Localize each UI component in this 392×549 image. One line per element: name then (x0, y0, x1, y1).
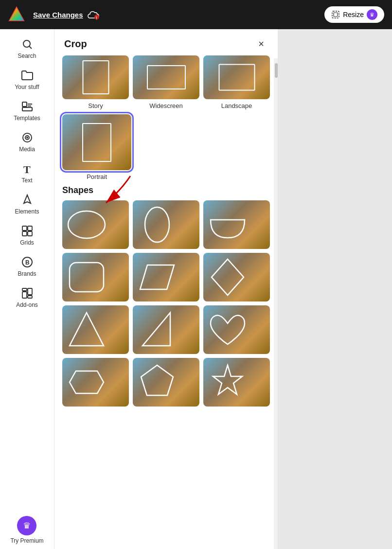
right-triangle-shape (135, 308, 179, 352)
resize-button[interactable]: Resize ♛ (324, 6, 384, 23)
sidebar-elements-label: Elements (15, 208, 39, 215)
svg-point-13 (27, 137, 28, 138)
sidebar-item-media[interactable]: Media (0, 126, 54, 158)
crop-option-portrait[interactable]: Portrait (62, 114, 131, 180)
svg-marker-32 (143, 313, 170, 346)
pentagon-shape (135, 360, 179, 404)
svg-rect-18 (28, 231, 32, 236)
shapes-section-title: Shapes (62, 185, 270, 195)
rounded-rect-shape (65, 255, 108, 299)
svg-rect-24 (28, 296, 32, 298)
save-changes-button[interactable]: Save Changes ! ! (33, 9, 100, 20)
crop-overlay-widescreen (147, 65, 186, 89)
crop-thumb-widescreen (133, 55, 199, 99)
shapes-section (62, 200, 270, 407)
crop-label-landscape: Landscape (221, 102, 252, 109)
svg-text:B: B (25, 259, 30, 266)
shape-option-oval[interactable] (133, 200, 199, 249)
svg-text:T: T (23, 163, 31, 175)
crop-option-landscape[interactable]: Landscape (203, 55, 270, 109)
svg-marker-30 (212, 259, 244, 295)
sidebar-item-templates[interactable]: Templates (0, 95, 54, 126)
shape-option-pentagon[interactable] (133, 358, 199, 407)
svg-point-27 (145, 207, 169, 242)
try-premium-label: Try Premium (10, 537, 43, 544)
shape-option-heart[interactable] (203, 305, 270, 354)
resize-label: Resize (343, 11, 364, 18)
sidebar-brands-label: Brands (18, 270, 36, 277)
panel-title: Crop (64, 38, 87, 50)
search-icon (21, 38, 34, 51)
shape-option-hexagon-flat[interactable] (62, 358, 129, 407)
elements-icon (21, 194, 34, 206)
sidebar-item-your-stuff[interactable]: Your stuff (0, 64, 54, 95)
sidebar-item-brands[interactable]: B Brands (0, 251, 54, 282)
sidebar-templates-label: Templates (14, 115, 40, 122)
crop-overlay-landscape (218, 64, 255, 91)
bowl-shape (206, 203, 249, 247)
hexagon-flat-shape (65, 360, 108, 404)
premium-crown-icon: ♛ (367, 9, 377, 20)
panel-header: Crop × (54, 29, 278, 55)
sidebar: Search Your stuff Templates (0, 29, 54, 549)
shape-option-bowl[interactable] (203, 200, 270, 249)
svg-rect-6 (334, 13, 338, 17)
crop-thumb-portrait (62, 114, 131, 170)
svg-line-8 (29, 47, 32, 49)
sidebar-add-ons-label: Add-ons (16, 301, 38, 308)
close-icon: × (258, 38, 264, 50)
canvas-area (278, 29, 392, 549)
cloud-save-icon: ! ! (86, 9, 100, 20)
folder-icon (21, 69, 34, 82)
crop-label-portrait: Portrait (87, 173, 107, 180)
crop-overlay-portrait (82, 123, 111, 162)
topbar: Save Changes ! ! Resize ♛ (0, 0, 392, 29)
sidebar-item-add-ons[interactable]: Add-ons (0, 282, 54, 313)
shape-option-right-triangle[interactable] (133, 305, 199, 354)
svg-marker-31 (70, 313, 104, 346)
sidebar-item-grids[interactable]: Grids (0, 220, 54, 251)
sidebar-item-search[interactable]: Search (0, 33, 54, 64)
crop-option-widescreen[interactable]: Widescreen (133, 55, 199, 109)
templates-icon (21, 100, 34, 113)
sidebar-grids-label: Grids (20, 239, 34, 246)
crop-label-widescreen: Widescreen (149, 102, 183, 109)
svg-marker-35 (213, 365, 242, 394)
crop-label-story: Story (88, 102, 103, 109)
shape-option-parallelogram[interactable] (133, 253, 199, 301)
grids-icon (21, 225, 34, 237)
panel-scroll-area[interactable]: Story Widescreen Landscape (54, 55, 278, 546)
text-icon: T (21, 162, 34, 175)
parallelogram-shape (135, 255, 179, 299)
svg-marker-34 (141, 365, 173, 395)
svg-text:!: ! (96, 16, 97, 20)
save-changes-label: Save Changes (33, 11, 83, 19)
sidebar-item-elements[interactable]: Elements (0, 189, 54, 220)
crop-row-2: Portrait (62, 114, 270, 180)
svg-rect-23 (28, 288, 32, 295)
shape-option-rounded-rect[interactable] (62, 253, 129, 301)
sidebar-item-text[interactable]: T Text (0, 158, 54, 189)
resize-icon (331, 10, 340, 19)
panel-close-button[interactable]: × (254, 37, 268, 51)
svg-point-26 (68, 211, 105, 238)
shape-option-diamond[interactable] (203, 253, 270, 301)
crop-row-1: Story Widescreen Landscape (62, 55, 270, 109)
star-shape (206, 360, 249, 404)
svg-rect-17 (22, 231, 27, 236)
svg-rect-5 (332, 11, 339, 18)
svg-point-7 (23, 40, 30, 47)
media-icon (21, 131, 34, 144)
shape-option-circle-wide[interactable] (62, 200, 129, 249)
try-premium-button[interactable]: ♛ Try Premium (10, 516, 43, 544)
crop-option-story[interactable]: Story (62, 55, 129, 109)
svg-rect-22 (22, 292, 27, 298)
sidebar-your-stuff-label: Your stuff (15, 84, 39, 90)
shape-option-star[interactable] (203, 358, 270, 407)
topbar-right: Resize ♛ (324, 6, 384, 23)
add-ons-icon (21, 287, 34, 300)
svg-rect-16 (28, 226, 32, 230)
svg-rect-9 (22, 102, 27, 106)
crop-thumb-landscape (203, 55, 270, 99)
shape-option-triangle[interactable] (62, 305, 129, 354)
